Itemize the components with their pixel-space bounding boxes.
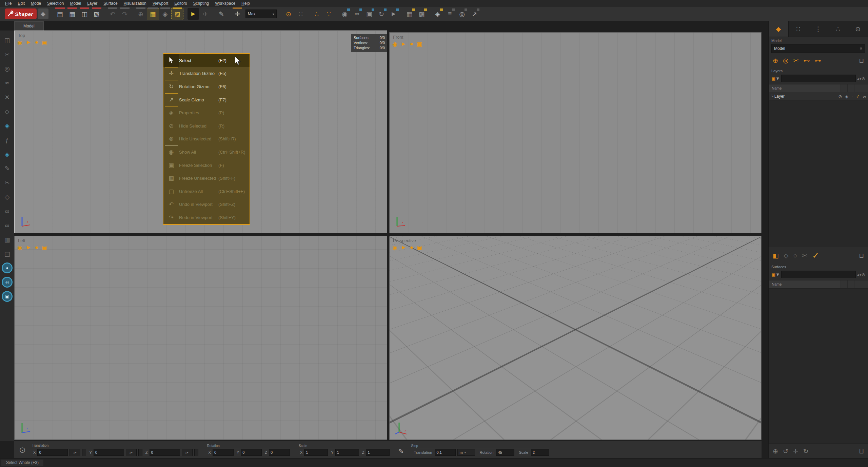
select-model-icon[interactable]: ⊕ bbox=[773, 57, 778, 64]
menu-mode[interactable]: Mode bbox=[28, 0, 44, 7]
tab-model[interactable]: ◆ bbox=[769, 21, 789, 37]
viewport-visibility-icon[interactable]: ◉ bbox=[392, 244, 397, 251]
menu-viewport[interactable]: Viewport bbox=[150, 0, 171, 7]
render-mode-icon[interactable]: ⊙ bbox=[283, 8, 294, 20]
lock-toggle-icon[interactable]: ◈ bbox=[159, 8, 171, 20]
rotation-z-input[interactable] bbox=[269, 449, 290, 456]
menu-visualization[interactable]: Visualization bbox=[121, 0, 150, 7]
settings-gear-icon[interactable]: ⊙ bbox=[862, 76, 865, 81]
gizmo-space-dropdown[interactable]: Max ▾ bbox=[245, 9, 277, 18]
tab-geometry[interactable]: ∷ bbox=[789, 21, 809, 37]
layer-active-check-icon[interactable]: ✓ bbox=[856, 94, 860, 99]
gizmo-center-icon[interactable]: ⊕ bbox=[773, 447, 778, 455]
keyboard-icon[interactable]: ≡ bbox=[444, 8, 456, 20]
viewport-visibility-icon[interactable]: ◉ bbox=[17, 244, 22, 251]
material-icon[interactable]: ◎ bbox=[456, 8, 468, 20]
pen-icon[interactable]: ✎ bbox=[1, 163, 13, 174]
layer-color-icon[interactable]: ▣ bbox=[771, 76, 775, 81]
settings-gear-icon[interactable]: ⊙ bbox=[862, 272, 865, 277]
viewport-select-icon[interactable]: ► bbox=[26, 39, 32, 46]
bridge-icon[interactable]: ∞ bbox=[1, 220, 13, 231]
step-rotation-input[interactable] bbox=[496, 449, 514, 456]
split-model-icon[interactable]: ✂ bbox=[793, 57, 799, 64]
spheres-merge-icon[interactable]: ∞ bbox=[351, 8, 363, 20]
filter-funnel-icon[interactable]: ▼ bbox=[775, 272, 780, 277]
scale-y-input[interactable] bbox=[335, 449, 359, 456]
menu-edit[interactable]: Edit bbox=[15, 0, 28, 7]
viewport-maximize-icon[interactable]: ▣ bbox=[417, 244, 422, 251]
viewport-front[interactable]: Front ◉►●▣ x bbox=[389, 32, 762, 233]
menu-workspace[interactable]: Workspace bbox=[212, 0, 238, 7]
mode-face-icon[interactable]: ▣ bbox=[2, 291, 13, 302]
gizmo-toggle-icon[interactable]: ⊕ bbox=[135, 8, 146, 20]
mode-vertex-icon[interactable]: ● bbox=[2, 262, 13, 273]
viewport-maximize-icon[interactable]: ▣ bbox=[42, 244, 47, 251]
menu-file[interactable]: File bbox=[2, 0, 15, 7]
viewport-select-icon[interactable]: ► bbox=[26, 244, 32, 251]
translation-y-option[interactable] bbox=[138, 449, 142, 456]
viewport-shading-icon[interactable]: ● bbox=[35, 39, 38, 46]
surfaces-list-empty-area[interactable] bbox=[769, 288, 868, 444]
undo-icon[interactable]: ↶ bbox=[107, 8, 118, 20]
topology-icon[interactable]: ∷ bbox=[295, 8, 307, 20]
snap-grid-toggle-icon[interactable]: ▦ bbox=[147, 8, 159, 20]
menu-help[interactable]: Help bbox=[238, 0, 253, 7]
menu-layer[interactable]: Layer bbox=[84, 0, 100, 7]
scale-z-input[interactable] bbox=[366, 449, 390, 456]
layers-filter-input[interactable] bbox=[781, 75, 856, 82]
extract-from-model-icon[interactable]: ⊶ bbox=[814, 57, 821, 64]
viewport-select-icon[interactable]: ► bbox=[401, 41, 407, 48]
orbit-icon[interactable]: ↻ bbox=[376, 8, 387, 20]
surface-move-icon[interactable]: ◇ bbox=[784, 252, 789, 259]
falloff-icon[interactable]: ƒ bbox=[1, 134, 13, 146]
menu-scripting[interactable]: Scripting bbox=[190, 0, 212, 7]
translation-x-input[interactable] bbox=[37, 449, 68, 456]
translation-x-spinner[interactable]: ▴▾ bbox=[70, 449, 80, 456]
uv-grid-icon[interactable]: ▦ bbox=[404, 8, 415, 20]
select-through-icon[interactable]: ✈ bbox=[200, 8, 211, 20]
tab-lighting[interactable]: ⊙ bbox=[848, 21, 868, 37]
curve-icon[interactable]: ≈ bbox=[1, 77, 13, 89]
primitive-sphere-icon[interactable]: ◎ bbox=[1, 63, 13, 75]
delete-gizmo-icon[interactable]: ⊔ bbox=[859, 447, 864, 455]
surface-cut-icon[interactable]: ✂ bbox=[802, 252, 807, 259]
unwrap-icon[interactable]: ▣ bbox=[363, 8, 375, 20]
graph-icon[interactable]: ↗ bbox=[469, 8, 480, 20]
lamp-icon[interactable]: ⊙ bbox=[19, 445, 26, 455]
pin-icon[interactable]: ◉ bbox=[339, 8, 351, 20]
layer-color-icon[interactable]: ▣ bbox=[771, 272, 775, 277]
viewport-maximize-icon[interactable]: ▣ bbox=[417, 41, 422, 48]
viewport-visibility-icon[interactable]: ◉ bbox=[392, 41, 397, 48]
paint-select-icon[interactable]: ✎ bbox=[216, 8, 227, 20]
viewport-select-icon[interactable]: ► bbox=[401, 244, 407, 251]
layer-link-icon[interactable]: ∞ bbox=[863, 94, 866, 99]
scene-tree-alt-icon[interactable]: ∵ bbox=[323, 8, 335, 20]
clear-model-icon[interactable]: ✕ bbox=[860, 46, 863, 51]
tab-morph[interactable]: ⋮ bbox=[808, 21, 828, 37]
rotation-x-input[interactable] bbox=[213, 449, 234, 456]
weld-icon[interactable]: ∞ bbox=[1, 206, 13, 217]
surfaces-name-column-header[interactable]: Name bbox=[769, 282, 841, 286]
layer-freeze-icon[interactable]: ◈ bbox=[845, 94, 848, 99]
new-file-icon[interactable]: ▤ bbox=[54, 8, 66, 20]
context-menu-item-translation-gizmo[interactable]: ✛ Translation Gizmo (F5) bbox=[163, 67, 250, 80]
delete-surface-icon[interactable]: ⊔ bbox=[859, 252, 864, 259]
translation-y-input[interactable] bbox=[94, 449, 124, 456]
inset-icon[interactable]: ◇ bbox=[1, 191, 13, 203]
step-unit-dropdown[interactable]: m ▾ bbox=[457, 449, 475, 456]
translation-z-input[interactable] bbox=[150, 449, 180, 456]
viewport-maximize-icon[interactable]: ▣ bbox=[42, 39, 47, 46]
step-translation-input[interactable] bbox=[435, 449, 456, 456]
scene-tree-icon[interactable]: ∴ bbox=[311, 8, 322, 20]
extrude-icon[interactable]: ◇ bbox=[1, 106, 13, 117]
scale-x-input[interactable] bbox=[304, 449, 328, 456]
viewport-left[interactable]: Left ◉►●▣ z bbox=[14, 236, 387, 440]
edit-transform-pencil-icon[interactable]: ✎ bbox=[398, 448, 403, 455]
gizmo-rotate-icon[interactable]: ◈ bbox=[1, 149, 13, 160]
save-file-icon[interactable]: ◫ bbox=[79, 8, 90, 20]
surface-apply-check-icon[interactable]: ✓ bbox=[812, 250, 820, 261]
mode-edge-icon[interactable]: ◎ bbox=[2, 277, 13, 288]
duplicate-model-icon[interactable]: ◎ bbox=[783, 57, 789, 64]
viewport-shading-icon[interactable]: ● bbox=[410, 41, 413, 48]
import-export-icon[interactable]: ▧ bbox=[91, 8, 102, 20]
